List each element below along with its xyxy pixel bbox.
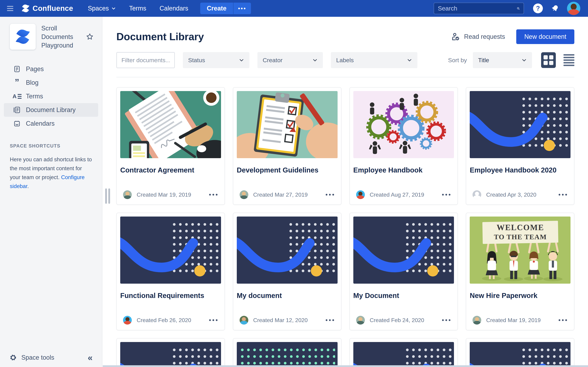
document-title[interactable]: Employee Handbook 2020 xyxy=(470,166,571,174)
horizontal-scrollbar[interactable] xyxy=(103,365,588,367)
card-more-menu-icon[interactable] xyxy=(208,191,218,198)
glossary-icon: A xyxy=(13,93,21,100)
search-input[interactable] xyxy=(438,5,517,12)
sidebar-item-document-library[interactable]: Document Library xyxy=(4,103,98,117)
top-navbar: Confluence Spaces Terms Calendars Create… xyxy=(0,0,588,17)
card-more-menu-icon[interactable] xyxy=(325,191,335,198)
document-card-4[interactable]: Employee Handbook 2020 Created Apr 3, 20… xyxy=(466,87,574,205)
document-thumbnail xyxy=(237,217,337,284)
space-name[interactable]: Scroll Documents Playground xyxy=(41,24,86,50)
hamburger-menu-icon[interactable] xyxy=(7,5,15,12)
creator-avatar xyxy=(356,190,365,199)
new-document-button[interactable]: New document xyxy=(516,29,574,44)
space-shortcuts-section: SPACE SHORTCUTS Here you can add shortcu… xyxy=(0,143,102,191)
read-requests-button[interactable]: Read requests xyxy=(451,32,505,42)
list-view-toggle[interactable] xyxy=(563,54,574,66)
document-card-footer: Created Mar 12, 2020 xyxy=(237,310,335,330)
product-name: Confluence xyxy=(33,4,73,13)
document-title[interactable]: Employee Handbook xyxy=(353,166,454,174)
swoosh-art xyxy=(237,217,337,283)
sidebar-item-calendars[interactable]: Calendars xyxy=(4,117,98,130)
collapse-sidebar-button[interactable]: « xyxy=(88,352,93,363)
help-icon[interactable]: ? xyxy=(533,3,543,13)
status-filter-dropdown[interactable]: Status xyxy=(183,52,249,68)
nav-terms[interactable]: Terms xyxy=(129,5,146,12)
nav-calendars[interactable]: Calendars xyxy=(160,5,188,12)
create-button[interactable]: Create xyxy=(200,3,233,14)
document-card-12[interactable] xyxy=(466,338,574,367)
document-title[interactable]: My Document xyxy=(353,292,454,300)
document-title[interactable]: Development Guidelines xyxy=(237,166,337,174)
sidebar-item-label: Document Library xyxy=(26,106,76,114)
document-thumbnail xyxy=(237,91,337,158)
document-library-icon xyxy=(13,106,21,114)
filter-documents-input[interactable] xyxy=(116,52,175,68)
document-card-10[interactable] xyxy=(233,338,341,367)
card-more-menu-icon[interactable] xyxy=(441,191,451,198)
document-card-9[interactable] xyxy=(116,338,225,367)
space-logo-icon xyxy=(14,28,31,45)
space-tools-label[interactable]: Space tools xyxy=(21,354,54,361)
created-date: Created Mar 27, 2019 xyxy=(253,192,308,198)
creator-avatar xyxy=(356,316,365,325)
page-header: Document Library Read requests New docum… xyxy=(116,29,574,44)
page-icon xyxy=(13,65,21,73)
document-thumbnail xyxy=(353,342,454,367)
sort-dropdown[interactable]: Title xyxy=(473,52,532,68)
document-title[interactable]: New Hire Paperwork xyxy=(470,292,571,300)
sidebar-item-terms[interactable]: A Terms xyxy=(4,90,98,103)
card-more-menu-icon[interactable] xyxy=(208,317,218,324)
document-thumbnail xyxy=(237,342,337,367)
confluence-logo[interactable]: Confluence xyxy=(21,4,73,13)
labels-filter-dropdown[interactable]: Labels xyxy=(331,52,417,68)
document-thumbnail xyxy=(470,91,571,158)
document-card-3[interactable]: Employee Handbook Created Aug 27, 2019 xyxy=(349,87,458,205)
card-more-menu-icon[interactable] xyxy=(325,317,335,324)
nav-spaces[interactable]: Spaces xyxy=(88,5,116,12)
document-card-6[interactable]: My document Created Mar 12, 2020 xyxy=(233,213,341,330)
create-split-button: Create ••• xyxy=(200,3,251,14)
sidebar-item-pages[interactable]: Pages xyxy=(4,62,98,76)
document-card-5[interactable]: Functional Requirements Created Feb 26, … xyxy=(116,213,225,330)
favorite-star-icon[interactable] xyxy=(86,33,94,41)
creator-avatar xyxy=(473,190,481,199)
card-more-menu-icon[interactable] xyxy=(558,191,568,198)
document-title[interactable]: My document xyxy=(237,292,337,300)
sidebar-item-blog[interactable]: ” Blog xyxy=(4,76,98,90)
document-card-11[interactable] xyxy=(349,338,458,367)
space-shortcuts-heading: SPACE SHORTCUTS xyxy=(10,143,92,149)
sidebar-item-label: Blog xyxy=(26,79,38,86)
document-thumbnail xyxy=(470,342,571,367)
user-avatar[interactable] xyxy=(567,2,580,15)
document-title[interactable]: Contractor Agreement xyxy=(120,166,221,174)
created-date: Created Mar 19, 2019 xyxy=(486,317,541,324)
card-more-menu-icon[interactable] xyxy=(558,317,568,324)
creator-filter-dropdown[interactable]: Creator xyxy=(257,52,323,68)
space-tools-gear-icon[interactable] xyxy=(9,354,17,361)
space-header: Scroll Documents Playground xyxy=(0,17,102,50)
document-card-2[interactable]: Development Guidelines Created Mar 27, 2… xyxy=(233,87,341,205)
sidebar-resize-handle[interactable] xyxy=(105,188,110,204)
document-title[interactable]: Functional Requirements xyxy=(120,292,221,300)
swoosh-art xyxy=(353,342,454,367)
document-card-8[interactable]: WELCOME TO THE TEAM New Hire Paperwork C… xyxy=(466,213,574,330)
welcome-team-illustration: WELCOME TO THE TEAM xyxy=(470,217,571,284)
chevron-down-icon xyxy=(239,58,244,63)
creator-avatar xyxy=(123,190,132,199)
read-requests-icon xyxy=(451,32,460,42)
main-content: Document Library Read requests New docum… xyxy=(103,17,588,367)
sort-controls: Sort by Title xyxy=(448,52,574,68)
banner-text-line2: TO THE TEAM xyxy=(494,233,547,241)
global-search[interactable] xyxy=(434,3,524,14)
document-card-7[interactable]: My Document Created Feb 24, 2020 xyxy=(349,213,458,330)
create-more-button[interactable]: ••• xyxy=(233,3,251,14)
document-card-footer: Created Feb 26, 2020 xyxy=(120,310,218,330)
card-more-menu-icon[interactable] xyxy=(441,317,451,324)
yellow-dot-art xyxy=(311,265,322,276)
space-shortcuts-text: Here you can add shortcut links to the m… xyxy=(10,155,94,191)
grid-view-toggle[interactable] xyxy=(541,52,556,68)
document-card-1[interactable]: Contractor Agreement Created Mar 19, 201… xyxy=(116,87,225,205)
notifications-bell-icon[interactable] xyxy=(551,4,559,12)
space-logo[interactable] xyxy=(10,24,36,50)
page-title: Document Library xyxy=(116,31,204,43)
